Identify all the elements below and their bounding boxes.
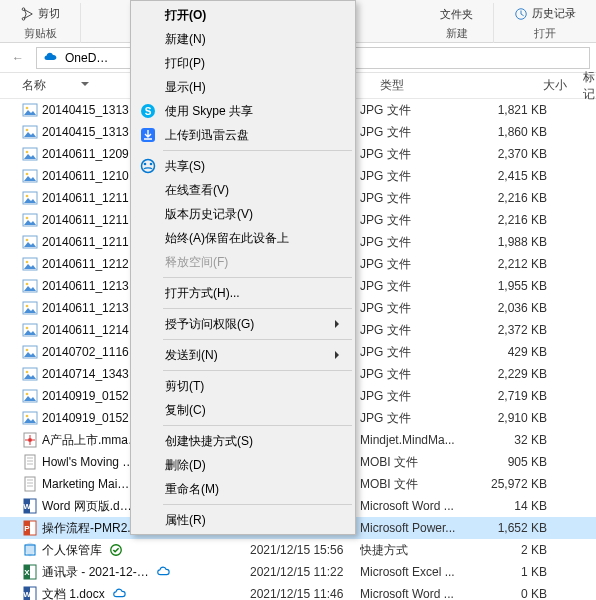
svg-point-12 <box>26 217 29 220</box>
file-size: 2,370 KB <box>485 147 555 161</box>
share-icon <box>139 157 157 175</box>
file-type: Microsoft Word ... <box>360 499 485 513</box>
file-name: Howl's Moving … <box>42 455 134 469</box>
svg-text:W: W <box>23 590 31 599</box>
col-header-bookmark[interactable]: 标记 <box>575 69 596 103</box>
file-icon <box>22 410 38 426</box>
file-size: 2,910 KB <box>485 411 555 425</box>
status-icon <box>109 587 129 600</box>
menu-skype[interactable]: S 使用 Skype 共享 <box>133 99 353 123</box>
file-row[interactable]: X通讯录 - 2021-12-…2021/12/15 11:22Microsof… <box>0 561 596 583</box>
menu-copy[interactable]: 复制(C) <box>133 398 353 422</box>
file-type: JPG 文件 <box>360 410 485 427</box>
col-header-size[interactable]: 大小 <box>505 77 575 94</box>
menu-xunlei[interactable]: 上传到迅雷云盘 <box>133 123 353 147</box>
breadcrumb-item[interactable]: OneD… <box>65 51 108 65</box>
file-name: A产品上市.mma… <box>42 432 140 449</box>
menu-cut[interactable]: 剪切(T) <box>133 374 353 398</box>
file-icon <box>22 146 38 162</box>
svg-rect-33 <box>25 455 35 469</box>
history-icon <box>514 7 528 21</box>
file-name: 20140415_1313… <box>42 103 141 117</box>
history-button[interactable]: 历史记录 <box>514 5 576 22</box>
svg-point-59 <box>144 163 147 166</box>
menu-new[interactable]: 新建(N) <box>133 27 353 51</box>
menu-version-history[interactable]: 版本历史记录(V) <box>133 202 353 226</box>
file-icon <box>22 322 38 338</box>
chevron-right-icon <box>335 351 343 359</box>
file-date: 2021/12/15 15:56 <box>250 543 360 557</box>
svg-point-26 <box>26 371 29 374</box>
file-icon <box>22 212 38 228</box>
ribbon-group-new: 文件夹 新建 <box>420 3 494 43</box>
file-type: JPG 文件 <box>360 212 485 229</box>
menu-grant-access[interactable]: 授予访问权限(G) <box>133 312 353 336</box>
file-icon <box>22 256 38 272</box>
svg-point-8 <box>26 173 29 176</box>
file-type: Microsoft Word ... <box>360 587 485 600</box>
svg-point-60 <box>150 163 153 166</box>
svg-point-20 <box>26 305 29 308</box>
file-name: 20140702_1116… <box>42 345 141 359</box>
file-size: 2,415 KB <box>485 169 555 183</box>
file-type: Microsoft Excel ... <box>360 565 485 579</box>
file-size: 2,216 KB <box>485 213 555 227</box>
file-type: JPG 文件 <box>360 344 485 361</box>
file-size: 2,372 KB <box>485 323 555 337</box>
file-type: MOBI 文件 <box>360 454 485 471</box>
file-row[interactable]: 个人保管库2021/12/15 15:56快捷方式2 KB <box>0 539 596 561</box>
file-name: Marketing Mai… <box>42 477 129 491</box>
file-icon <box>22 234 38 250</box>
svg-point-14 <box>26 239 29 242</box>
menu-open[interactable]: 打开(O) <box>133 3 353 27</box>
svg-point-4 <box>26 129 29 132</box>
file-icon <box>22 432 38 448</box>
svg-point-2 <box>26 107 29 110</box>
file-type: MOBI 文件 <box>360 476 485 493</box>
skype-icon: S <box>139 102 157 120</box>
file-size: 14 KB <box>485 499 555 513</box>
status-icon <box>106 543 126 557</box>
file-icon <box>22 168 38 184</box>
file-size: 1,860 KB <box>485 125 555 139</box>
file-size: 2,719 KB <box>485 389 555 403</box>
menu-separator <box>163 277 352 278</box>
menu-show[interactable]: 显示(H) <box>133 75 353 99</box>
file-row[interactable]: W文档 1.docx2021/12/15 11:46Microsoft Word… <box>0 583 596 600</box>
open-group-label: 打开 <box>514 26 576 41</box>
svg-point-16 <box>26 261 29 264</box>
ribbon-group-clipboard: 剪切 剪贴板 <box>0 3 81 43</box>
svg-point-22 <box>26 327 29 330</box>
file-name: 20140611_1209… <box>42 147 141 161</box>
menu-create-shortcut[interactable]: 创建快捷方式(S) <box>133 429 353 453</box>
chevron-right-icon <box>335 320 343 328</box>
menu-share[interactable]: 共享(S) <box>133 154 353 178</box>
svg-point-32 <box>28 438 32 442</box>
file-type: JPG 文件 <box>360 300 485 317</box>
menu-properties[interactable]: 属性(R) <box>133 508 353 532</box>
back-button[interactable]: ← <box>6 46 30 70</box>
file-type: JPG 文件 <box>360 322 485 339</box>
file-size: 2 KB <box>485 543 555 557</box>
cut-button[interactable]: 剪切 <box>20 5 60 22</box>
menu-print[interactable]: 打印(P) <box>133 51 353 75</box>
svg-text:S: S <box>145 106 152 117</box>
col-header-type[interactable]: 类型 <box>380 77 505 94</box>
file-type: JPG 文件 <box>360 146 485 163</box>
cut-label: 剪切 <box>38 6 60 21</box>
menu-view-online[interactable]: 在线查看(V) <box>133 178 353 202</box>
menu-send-to[interactable]: 发送到(N) <box>133 343 353 367</box>
file-icon <box>22 454 38 470</box>
file-name: 20140714_1343… <box>42 367 141 381</box>
file-type: JPG 文件 <box>360 278 485 295</box>
file-name: 20140611_1211… <box>42 235 141 249</box>
file-type: JPG 文件 <box>360 388 485 405</box>
menu-open-with[interactable]: 打开方式(H)... <box>133 281 353 305</box>
file-name: 20140415_1313… <box>42 125 141 139</box>
menu-rename[interactable]: 重命名(M) <box>133 477 353 501</box>
file-size: 1,652 KB <box>485 521 555 535</box>
menu-always-keep[interactable]: 始终(A)保留在此设备上 <box>133 226 353 250</box>
file-icon <box>22 542 38 558</box>
menu-delete[interactable]: 删除(D) <box>133 453 353 477</box>
file-icon <box>22 124 38 140</box>
